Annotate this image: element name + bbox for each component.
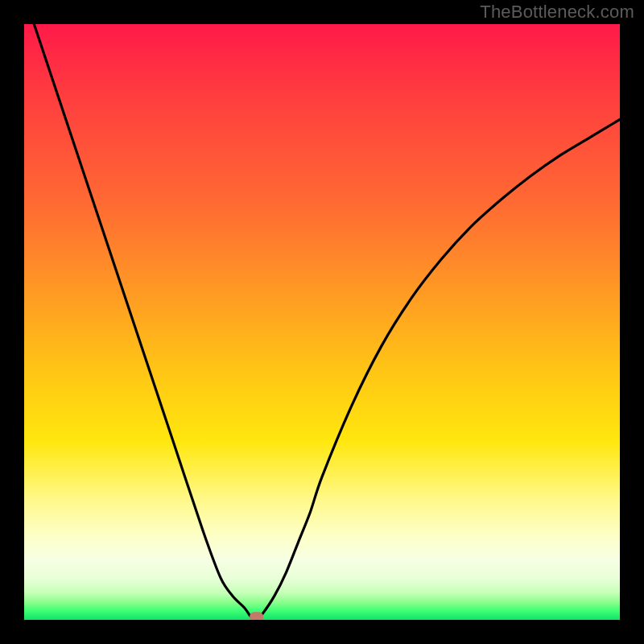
watermark-text: TheBottleneck.com	[480, 2, 634, 23]
bottleneck-curve-path	[24, 24, 620, 620]
chart-frame: TheBottleneck.com	[0, 0, 644, 644]
optimal-point-marker	[250, 613, 263, 620]
plot-area	[24, 24, 620, 620]
curve-svg	[24, 24, 620, 620]
